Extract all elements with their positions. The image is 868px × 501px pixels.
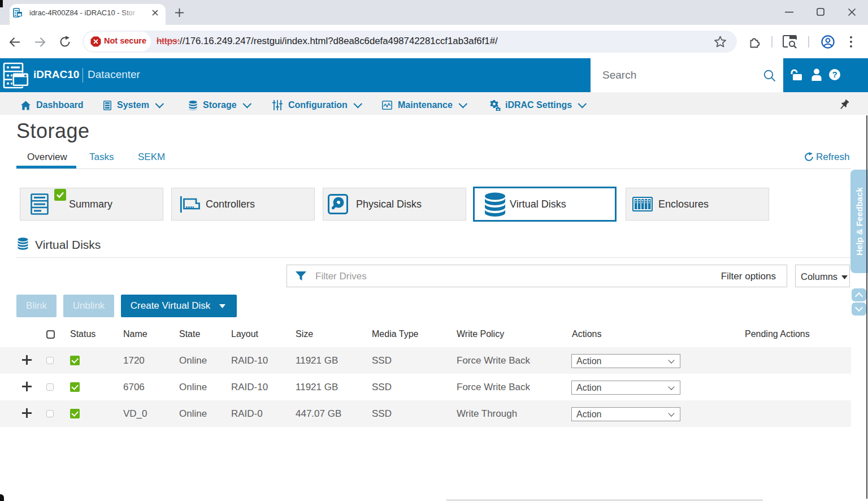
svg-text:?: ?	[832, 70, 837, 79]
